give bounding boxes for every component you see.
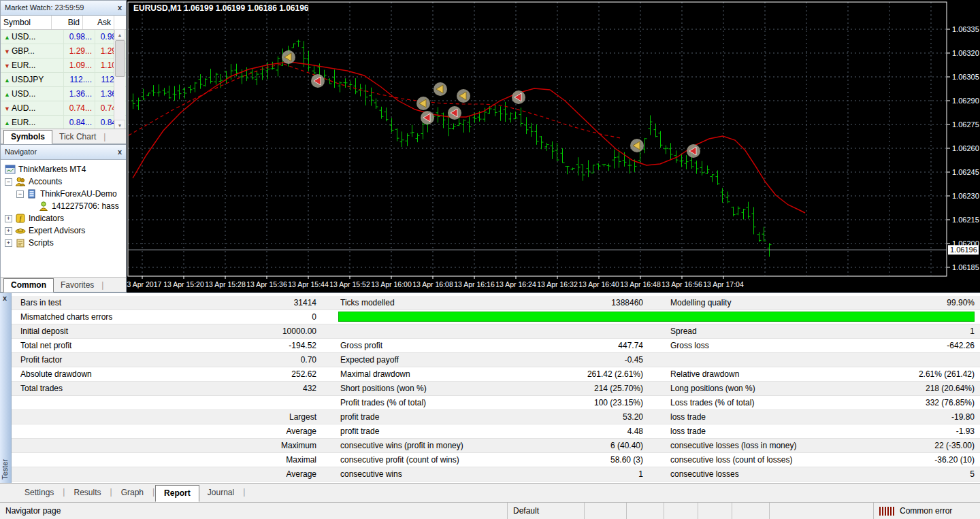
collapse-icon[interactable]: −	[5, 178, 12, 186]
time-axis-label: 13 Apr 2017	[127, 280, 161, 288]
metric-value: 31414	[191, 296, 316, 309]
metric-value: -0.45	[517, 353, 643, 367]
close-icon[interactable]: x	[116, 145, 123, 159]
market-watch-row[interactable]: ▼AUD...0.74...0.74...	[1, 101, 126, 116]
price-chart[interactable]: 1.063351.063201.063051.062901.062751.062…	[127, 0, 980, 292]
market-watch-scrollbar[interactable]: ▲ ▼	[114, 29, 125, 130]
tree-item-thinkforexau-demo[interactable]: −ThinkForexAU-Demo	[1, 188, 126, 200]
market-watch-titlebar[interactable]: Market Watch: 23:59:59 x	[1, 1, 126, 16]
chart-area[interactable]: 1.063351.063201.063051.062901.062751.062…	[127, 0, 980, 292]
metric-value: Average	[191, 467, 316, 481]
tree-item-expert-advisors[interactable]: +Expert Advisors	[1, 224, 126, 237]
price-axis-label: 1.06305	[952, 73, 979, 81]
metric-value: 1	[847, 324, 975, 338]
market-watch-row[interactable]: ▲USD...1.36...1.36...	[1, 87, 126, 101]
metric-label	[20, 396, 191, 409]
report-row: Absolute drawdown252.62Maximal drawdown2…	[12, 367, 980, 382]
market-watch-panel: Market Watch: 23:59:59 x Symbol Bid Ask …	[0, 0, 127, 144]
tab-common[interactable]: Common	[3, 278, 54, 292]
metric-value: Largest	[191, 410, 316, 424]
scroll-up-icon[interactable]: ▲	[114, 29, 125, 39]
column-header-symbol[interactable]: Symbol	[1, 16, 52, 29]
metric-label: Spread	[670, 324, 847, 338]
metric-value: 214 (25.70%)	[517, 382, 643, 395]
server-icon	[27, 188, 37, 199]
navigator-title: Navigator	[5, 145, 37, 159]
tab-results[interactable]: Results	[65, 485, 109, 501]
collapse-icon[interactable]: −	[16, 190, 24, 198]
time-axis-label: 13 Apr 16:24	[495, 280, 536, 288]
tree-item-accounts[interactable]: −Accounts	[1, 175, 126, 188]
chart-title: EURUSD,M1 1.06199 1.06199 1.06186 1.0619…	[133, 3, 309, 13]
report-row: Total trades432Short positions (won %)21…	[12, 382, 980, 396]
mt4-window: Market Watch: 23:59:59 x Symbol Bid Ask …	[0, 0, 980, 519]
market-watch-row[interactable]: ▲USDJPY112....112....	[1, 73, 126, 87]
metric-label: Ticks modelled	[340, 296, 517, 309]
column-header-bid[interactable]: Bid	[52, 16, 83, 29]
market-watch-row[interactable]: ▼GBP...1.29...1.29...	[1, 44, 126, 58]
tab-graph[interactable]: Graph	[113, 485, 152, 501]
tree-item-label: ThinkMarkets MT4	[18, 165, 86, 174]
symbol-name: USD...	[12, 89, 35, 99]
navigator-titlebar[interactable]: Navigator x	[1, 145, 126, 160]
market-watch-row[interactable]: ▼EUR...1.09...1.10...	[1, 58, 126, 73]
scrollbar-thumb[interactable]	[115, 40, 125, 77]
metric-value: 22 (-35.00)	[847, 439, 975, 452]
tab-settings[interactable]: Settings	[16, 485, 62, 501]
metric-value: 100 (23.15%)	[517, 396, 643, 409]
metric-label: consecutive losses	[670, 467, 847, 481]
metric-label: Expected payoff	[340, 353, 517, 367]
tree-item-label: Scripts	[29, 238, 54, 248]
symbol-name: USDJPY	[12, 75, 44, 84]
symbol-cell: ▼EUR...	[1, 58, 63, 72]
current-price-label: 1.06196	[950, 246, 977, 254]
metric-label	[20, 467, 191, 481]
symbol-cell: ▲EUR...	[1, 116, 63, 129]
tree-item-1412275706-hass[interactable]: 1412275706: hass	[1, 200, 126, 212]
metric-label: Total net profit	[20, 339, 191, 352]
tree-item-thinkmarkets-mt4[interactable]: ThinkMarkets MT4	[1, 163, 126, 175]
tab-favorites[interactable]: Favorites	[54, 279, 101, 292]
navigator-tabs: CommonFavorites|	[1, 277, 126, 292]
expand-icon[interactable]: +	[5, 239, 12, 247]
tester-panel: x Tester Bars in test31414Ticks modelled…	[0, 292, 980, 502]
symbol-name: EUR...	[12, 118, 35, 127]
metric-value: 252.62	[191, 367, 316, 381]
market-watch-title: Market Watch: 23:59:59	[5, 1, 84, 15]
tab-tick-chart[interactable]: Tick Chart	[52, 131, 103, 144]
time-axis-label: 13 Apr 15:52	[329, 280, 370, 288]
symbol-cell: ▼GBP...	[1, 44, 63, 58]
column-header-ask[interactable]: Ask	[83, 16, 114, 29]
metric-label: Short positions (won %)	[340, 382, 517, 395]
symbol-up-icon: ▲	[4, 73, 12, 87]
metric-value: 432	[191, 382, 316, 395]
metric-value: Maximal	[191, 453, 316, 467]
status-empty-cell	[584, 503, 626, 519]
close-icon[interactable]: x	[116, 1, 123, 15]
tab-report[interactable]: Report	[155, 485, 199, 502]
modelling-quality-bar	[338, 312, 975, 322]
bid-cell: 1.36...	[63, 87, 95, 101]
market-watch-row[interactable]: ▲EUR...0.84...0.84...	[1, 116, 126, 130]
market-watch-row[interactable]: ▲USD...0.98...0.98...	[1, 30, 126, 44]
metric-label: Modelling quality	[670, 296, 847, 309]
close-icon[interactable]: x	[1, 294, 8, 302]
navigator-panel: Navigator x ThinkMarkets MT4−Accounts−Th…	[0, 144, 127, 292]
common-error-label: Common error	[900, 506, 952, 516]
tree-item-indicators[interactable]: +fIndicators	[1, 212, 126, 224]
time-axis-label: 13 Apr 15:44	[288, 280, 329, 288]
chart-background	[127, 0, 980, 292]
metric-label: Gross profit	[340, 339, 517, 352]
bid-cell: 0.84...	[63, 116, 95, 129]
metric-label: Profit factor	[20, 353, 191, 367]
expand-icon[interactable]: +	[5, 227, 12, 235]
expand-icon[interactable]: +	[5, 215, 12, 222]
price-axis-label: 1.06260	[952, 144, 979, 152]
tab-symbols[interactable]: Symbols	[3, 130, 52, 144]
tree-item-scripts[interactable]: +Scripts	[1, 237, 126, 249]
metric-label: Loss trades (% of total)	[670, 396, 847, 409]
metric-label: Initial deposit	[20, 324, 191, 338]
tab-journal[interactable]: Journal	[199, 485, 242, 501]
price-axis-label: 1.06215	[952, 216, 979, 224]
metric-label: profit trade	[340, 410, 517, 424]
